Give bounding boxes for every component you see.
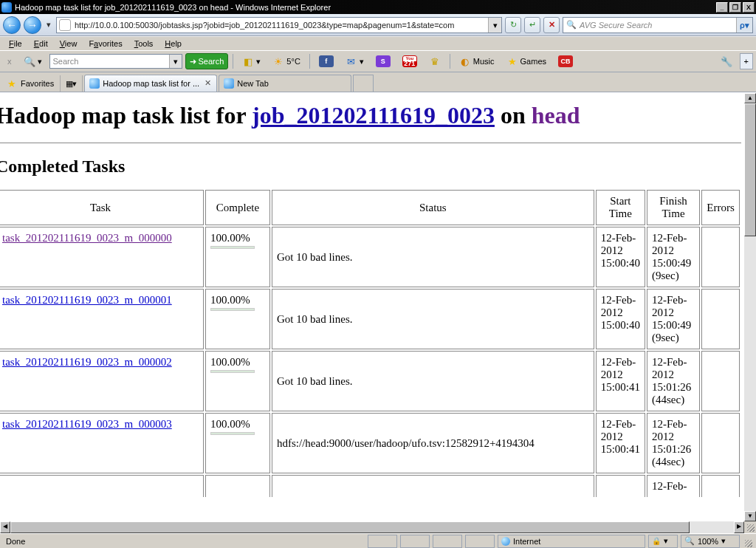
toolbar-popups-button[interactable]: ◧▾	[238, 53, 265, 69]
cell-task: task_201202111619_0023_m_000000	[0, 227, 204, 287]
cell-start: 12-Feb-2012 15:00:40	[596, 227, 645, 287]
toolbar-close-button[interactable]: x	[3, 53, 16, 69]
go-button[interactable]: ↵	[524, 17, 540, 33]
youtube-count: 271	[403, 61, 416, 66]
games-button[interactable]: ★Games	[502, 53, 551, 69]
cell-errors	[701, 289, 740, 349]
mail-button[interactable]: ✉▾	[341, 53, 368, 69]
content-area: Hadoop map task list for job_20120211161…	[0, 92, 756, 533]
browser-tab-1[interactable]: Hadoop map task list for ... ✕	[84, 75, 217, 92]
music-button[interactable]: ◐Music	[455, 53, 499, 69]
task-link[interactable]: task_201202111619_0023_m_000000	[2, 232, 172, 244]
resize-grip[interactable]	[743, 535, 753, 548]
scroll-left-button[interactable]: ◀	[0, 521, 10, 533]
tab-1-title: Hadoop map task list for ...	[103, 79, 200, 88]
skype-icon: S	[376, 55, 391, 67]
stop-button[interactable]: ✕	[543, 17, 560, 33]
toolbar-search-text[interactable]: Search	[50, 57, 169, 66]
tab-2-title: New Tab	[237, 79, 346, 88]
arrow-icon: ➜	[190, 57, 196, 66]
menu-view[interactable]: View	[54, 38, 83, 49]
toolbar-search-logo[interactable]: 🔍▾	[19, 53, 47, 69]
job-link[interactable]: job_201202111619_0023	[252, 102, 495, 129]
cell-finish: 12-Feb-2012 15:01:26 (44sec)	[647, 351, 700, 411]
complete-value: 100.00%	[210, 356, 250, 368]
head-link[interactable]: head	[532, 102, 580, 129]
scroll-thumb[interactable]	[744, 103, 756, 236]
menu-tools[interactable]: Tools	[128, 38, 159, 49]
youtube-button[interactable]: You 271	[398, 53, 422, 69]
close-button[interactable]: X	[743, 2, 755, 13]
status-pane-1	[368, 535, 397, 548]
menu-help[interactable]: Help	[159, 38, 188, 49]
scroll-right-button[interactable]: ▶	[734, 521, 744, 533]
cell-start: 12-Feb-2012 15:00:40	[596, 289, 645, 349]
search-go-button[interactable]: ρ▾	[736, 18, 752, 32]
nav-history-dropdown[interactable]: ▾	[44, 16, 53, 34]
back-button[interactable]: ←	[3, 16, 21, 34]
add-button[interactable]: +	[740, 53, 753, 69]
refresh-button[interactable]: ↻	[505, 17, 521, 33]
weather-icon: ☀	[272, 55, 284, 67]
restore-button[interactable]: ❐	[729, 2, 741, 13]
address-url[interactable]: http://10.0.0.100:50030/jobtasks.jsp?job…	[73, 21, 488, 30]
address-bar[interactable]: http://10.0.0.100:50030/jobtasks.jsp?job…	[56, 17, 502, 33]
scroll-up-button[interactable]: ▲	[744, 93, 756, 103]
favorites-button[interactable]: ★ Favorites	[0, 75, 61, 92]
horizontal-scrollbar[interactable]: ◀ ▶	[0, 521, 744, 533]
task-link[interactable]: task_201202111619_0023_m_000002	[2, 356, 172, 368]
tab-bar: ★ Favorites ▦▾ Hadoop map task list for …	[0, 72, 756, 92]
skype-button[interactable]: S	[371, 53, 395, 69]
go-icon: ↵	[529, 20, 536, 30]
cell-task: task_201202111619_0023_m_000003	[0, 413, 204, 473]
cell-finish: 12-Feb-2012 15:00:49 (9sec)	[647, 227, 700, 287]
cell-complete: 100.00%	[205, 227, 270, 287]
ie-icon	[1, 2, 12, 13]
cell-start: 12-Feb-2012 15:00:41	[596, 413, 645, 473]
cell-task: task_201202111619_0023_m_000002	[0, 351, 204, 411]
section-heading: Completed Tasks	[0, 157, 741, 177]
cell-complete: 100.00%	[205, 413, 270, 473]
menu-bar: File Edit View Favorites Tools Help	[0, 36, 756, 51]
cb-button[interactable]: CB	[554, 53, 577, 69]
zoom-pane[interactable]: 🔍 100% ▾	[681, 535, 740, 548]
page-title: Hadoop map task list for job_20120211161…	[0, 102, 741, 129]
forward-button[interactable]: →	[24, 16, 41, 34]
refresh-icon: ↻	[510, 20, 517, 30]
cell-finish: 12-Feb-	[647, 475, 700, 497]
table-row: task_201202111619_0023_m_000003100.00%hd…	[0, 413, 740, 473]
cell-complete: 100.00%	[205, 289, 270, 349]
menu-favorites[interactable]: Favorites	[83, 38, 128, 49]
status-pane-4	[465, 535, 495, 548]
vertical-scrollbar[interactable]: ▲ ▼	[744, 93, 756, 521]
minimize-button[interactable]: _	[716, 2, 728, 13]
crown-button[interactable]: ♛	[425, 53, 445, 69]
menu-file[interactable]: File	[3, 38, 28, 49]
cell-start: 12-Feb-2012 15:00:41	[596, 351, 645, 411]
scroll-track[interactable]	[744, 103, 756, 511]
scroll-down-button[interactable]: ▼	[744, 511, 756, 521]
new-tab-button[interactable]	[353, 75, 374, 92]
browser-tab-2[interactable]: New Tab	[219, 75, 351, 92]
scroll-track[interactable]	[10, 521, 734, 533]
task-link[interactable]: task_201202111619_0023_m_000001	[2, 294, 172, 306]
toolbar-search-button[interactable]: ➜ Search	[185, 53, 229, 69]
globe-icon	[501, 537, 510, 546]
quicktabs-button[interactable]: ▦▾	[61, 75, 83, 92]
toolbar-search-input[interactable]: Search ▾	[49, 54, 182, 69]
tab-1-close[interactable]: ✕	[203, 79, 212, 88]
protected-mode-pane: 🔒▾	[648, 535, 678, 548]
facebook-button[interactable]: f	[315, 53, 338, 69]
cb-icon: CB	[558, 55, 573, 67]
page-viewport[interactable]: Hadoop map task list for job_20120211161…	[0, 93, 744, 521]
search-box[interactable]: 🔍 AVG Secure Search ρ▾	[563, 17, 753, 33]
toolbar-search-dropdown[interactable]: ▾	[169, 55, 182, 68]
toolbar-weather[interactable]: ☀ 5°C	[268, 53, 304, 69]
tools-button[interactable]: 🔧	[716, 53, 737, 69]
security-zone[interactable]: Internet	[498, 535, 645, 548]
youtube-icon: You 271	[402, 55, 417, 67]
menu-edit[interactable]: Edit	[28, 38, 54, 49]
address-dropdown[interactable]: ▾	[488, 18, 501, 32]
scroll-thumb[interactable]	[10, 521, 690, 533]
task-link[interactable]: task_201202111619_0023_m_000003	[2, 418, 172, 430]
